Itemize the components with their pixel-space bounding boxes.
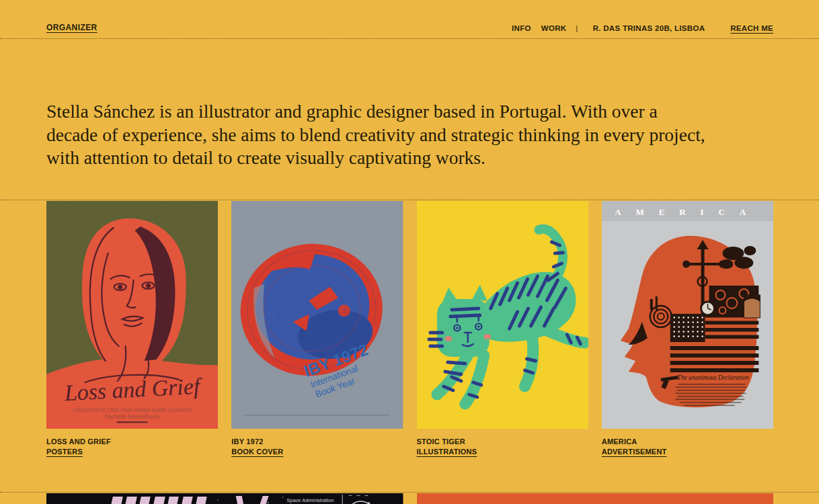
poster-credit-line: Rachelle Mandelbaum [105, 413, 159, 419]
nav-item-info[interactable]: INFO [512, 24, 531, 32]
project-caption: IBY 1972 BOOK COVER [231, 437, 403, 457]
intro-statement: Stella Sánchez is an illustrator and gra… [46, 100, 778, 170]
main-nav: INFO WORK | R. DAS TRINAS 20B, LISBOA RE… [502, 24, 773, 32]
poster-credit-line: conducted by CMS chief mental health cou… [73, 407, 192, 413]
project-title: LOSS AND GRIEF [46, 437, 218, 447]
project-caption: LOSS AND GRIEF POSTERS [46, 437, 218, 457]
space-agency-label: Space Administration [286, 497, 334, 503]
site-header: ORGANIZER INFO WORK | R. DAS TRINAS 20B,… [0, 0, 819, 39]
project-title: STOIC TIGER [417, 437, 588, 447]
project-category-link[interactable]: BOOK COVER [231, 447, 283, 457]
project-card-loss-and-grief: Loss and Grief conducted by CMS chief me… [46, 201, 218, 457]
space-poster-illustration: Space Administration [46, 493, 403, 504]
loss-and-grief-poster-illustration: Loss and Grief conducted by CMS chief me… [46, 201, 218, 429]
brand-organizer-link[interactable]: ORGANIZER [46, 23, 98, 32]
nav-divider: | [576, 24, 578, 32]
intro-line: Stella Sánchez is an illustrator and gra… [46, 100, 778, 124]
poster-masthead: AMERICA [615, 206, 760, 216]
intro-line: decade of experience, she aims to blend … [46, 124, 778, 147]
project-card-america: AMERICA [602, 201, 773, 457]
project-card-iby-1972: IBY 1972 International Book Year IBY 197… [231, 201, 403, 457]
nav-address: R. DAS TRINAS 20B, LISBOA [593, 24, 705, 32]
poster-document-heading: The unanimous Declaration [677, 374, 748, 380]
stoic-tiger-poster-illustration [417, 201, 588, 429]
project-category-link[interactable]: POSTERS [46, 447, 83, 457]
project-thumbnail-stoic-tiger[interactable] [417, 201, 588, 429]
project-title: IBY 1972 [231, 437, 403, 447]
intro-line: with attention to detail to create visua… [46, 146, 778, 170]
nav-item-work[interactable]: WORK [541, 24, 567, 32]
america-poster-illustration: AMERICA [602, 201, 773, 429]
work-grid-row-1: Loss and Grief conducted by CMS chief me… [0, 200, 819, 457]
iby-1972-poster-illustration: IBY 1972 International Book Year [231, 201, 403, 429]
nav-reach-me-link[interactable]: REACH ME [730, 24, 773, 32]
project-thumbnail-space[interactable]: Space Administration [46, 493, 403, 504]
project-thumbnail-iby-1972[interactable]: IBY 1972 International Book Year [231, 201, 403, 429]
project-category-link[interactable]: ILLUSTRATIONS [417, 447, 477, 457]
project-card-stoic-tiger: STOIC TIGER ILLUSTRATIONS [417, 201, 588, 457]
project-thumbnail-loss-and-grief[interactable]: Loss and Grief conducted by CMS chief me… [46, 201, 218, 429]
project-title: AMERICA [602, 437, 773, 447]
project-caption: AMERICA ADVERTISEMENT [602, 437, 773, 457]
project-thumbnail-america[interactable]: AMERICA [602, 201, 773, 429]
work-grid-row-2: Space Administration [0, 493, 819, 504]
project-thumbnail-orange[interactable] [417, 493, 774, 504]
project-category-link[interactable]: ADVERTISEMENT [602, 447, 667, 457]
project-caption: STOIC TIGER ILLUSTRATIONS [417, 437, 588, 457]
orange-poster-illustration [417, 493, 774, 504]
